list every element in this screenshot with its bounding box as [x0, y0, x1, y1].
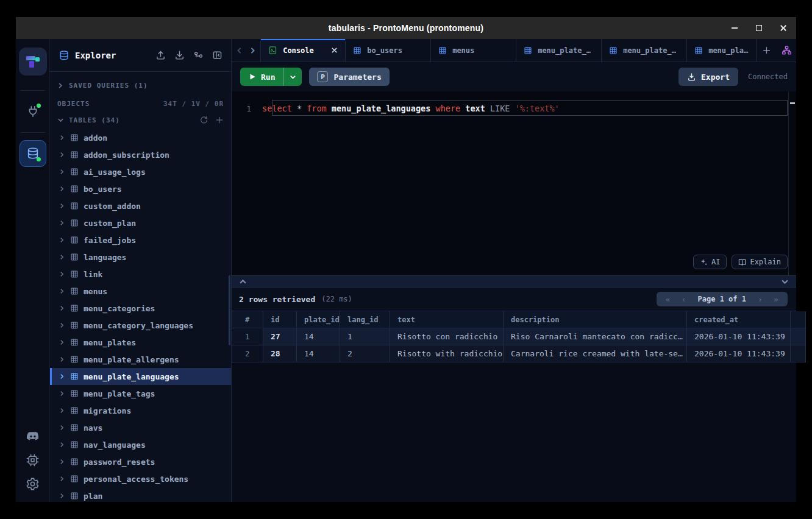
- column-header-id[interactable]: id: [263, 311, 297, 328]
- table-tree-item-menu_category_languages[interactable]: menu_category_languages: [50, 317, 231, 334]
- column-header-row-number[interactable]: #: [232, 311, 263, 328]
- schema-diagram-button[interactable]: [193, 50, 204, 60]
- column-header-description[interactable]: description: [504, 311, 687, 328]
- sql-statement[interactable]: select * from menu_plate_languages where…: [260, 104, 562, 113]
- tab-menu-plate-[interactable]: menu_plate_…: [602, 39, 687, 62]
- tab-menu-plates[interactable]: menu_plates: [687, 39, 757, 62]
- cell-description[interactable]: Carnaroli rice creamed with late-se…: [504, 345, 687, 362]
- cell-lang_id[interactable]: 2: [340, 345, 390, 362]
- collapse-editor-button[interactable]: [239, 278, 247, 286]
- table-tree-item-menu_plate_languages[interactable]: menu_plate_languages: [50, 368, 231, 385]
- saved-queries-section[interactable]: SAVED QUERIES (1): [50, 76, 231, 95]
- cell-text[interactable]: Risotto con radicchio: [390, 328, 504, 345]
- table-tree-item-menu_plates[interactable]: menu_plates: [50, 334, 231, 351]
- table-icon: [70, 492, 79, 500]
- connections-button[interactable]: [20, 98, 46, 125]
- table-tree-item-addon_subscription[interactable]: addon_subscription: [50, 146, 231, 163]
- table-tree-item-custom_addon[interactable]: custom_addon: [50, 197, 231, 214]
- page-indicator: Page 1 of 1: [692, 295, 752, 303]
- sql-editor[interactable]: 1 select * from menu_plate_languages whe…: [232, 91, 796, 275]
- table-tree-item-menu_plate_tags[interactable]: menu_plate_tags: [50, 385, 231, 402]
- table-tree-item-navs[interactable]: navs: [50, 419, 231, 436]
- sidebar-scrollbar[interactable]: [229, 275, 230, 345]
- table-tree-item-nav_languages[interactable]: nav_languages: [50, 436, 231, 453]
- chevron-right-icon: [59, 271, 65, 277]
- table-tree-item-bo_users[interactable]: bo_users: [50, 180, 231, 197]
- database-button[interactable]: [20, 140, 46, 167]
- table-tree-item-plan[interactable]: plan: [50, 487, 231, 502]
- cell-description[interactable]: Riso Carnaroli mantecato con radicc…: [504, 328, 687, 345]
- close-button[interactable]: [779, 24, 788, 32]
- collapse-sidebar-button[interactable]: [212, 50, 223, 60]
- tab-label: bo_users: [367, 46, 402, 55]
- export-button[interactable]: Export: [678, 68, 738, 86]
- editor-minimap[interactable]: [788, 91, 796, 275]
- process-monitor-button[interactable]: [26, 453, 40, 467]
- last-page-button[interactable]: »: [768, 295, 784, 304]
- cell-text[interactable]: Risotto with radicchio: [390, 345, 504, 362]
- table-tree-item-addon[interactable]: addon: [50, 129, 231, 146]
- cell-id[interactable]: 28: [263, 345, 297, 362]
- er-diagram-button[interactable]: [777, 39, 796, 62]
- column-header-text[interactable]: text: [390, 311, 504, 328]
- discord-button[interactable]: [26, 429, 40, 443]
- tabs-scroll-left-button[interactable]: [232, 39, 246, 62]
- tab-menu-plate-[interactable]: menu_plate_…: [516, 39, 602, 62]
- settings-button[interactable]: [26, 477, 40, 491]
- cell-created_at[interactable]: 2026-01-10 11:43:39: [687, 345, 791, 362]
- column-header-created_at[interactable]: created_at: [687, 311, 791, 328]
- cell-lang_id[interactable]: 1: [340, 328, 390, 345]
- plus-icon: [762, 46, 771, 55]
- table-icon: [70, 253, 79, 261]
- table-tree-item-custom_plan[interactable]: custom_plan: [50, 214, 231, 231]
- table-name: navs: [84, 423, 102, 432]
- editor-results-splitter[interactable]: [232, 275, 796, 288]
- table-tree-item-link[interactable]: link: [50, 266, 231, 283]
- ai-button[interactable]: AI: [693, 255, 727, 269]
- parameters-button[interactable]: P Parameters: [309, 68, 389, 86]
- new-tab-button[interactable]: [757, 39, 777, 62]
- first-page-button[interactable]: «: [660, 295, 676, 304]
- run-options-button[interactable]: [283, 68, 302, 86]
- export-schema-button[interactable]: [174, 50, 185, 60]
- table-row[interactable]: 228142Risotto with radicchioCarnaroli ri…: [232, 345, 796, 362]
- column-header-lang_id[interactable]: lang_id: [340, 311, 390, 328]
- table-tree-item-menu_categories[interactable]: menu_categories: [50, 300, 231, 317]
- tables-section[interactable]: TABLES (34): [50, 112, 231, 128]
- add-table-button[interactable]: [215, 116, 224, 124]
- table-tree-item-menus[interactable]: menus: [50, 283, 231, 300]
- minimize-button[interactable]: [730, 24, 739, 32]
- table-tree-item-ai_usage_logs[interactable]: ai_usage_logs: [50, 163, 231, 180]
- collapse-results-button[interactable]: [781, 278, 789, 286]
- table-tree-item-migrations[interactable]: migrations: [50, 402, 231, 419]
- tabs-scroll-right-button[interactable]: [246, 39, 261, 62]
- table-name: plan: [84, 492, 102, 501]
- maximize-button[interactable]: [755, 24, 763, 32]
- import-button[interactable]: [155, 50, 166, 60]
- refresh-tables-button[interactable]: [199, 116, 208, 124]
- previous-page-button[interactable]: ‹: [676, 295, 692, 304]
- cell-plate_id[interactable]: 14: [297, 345, 340, 362]
- tab-menus[interactable]: menus: [431, 39, 516, 62]
- table-tree-item-failed_jobs[interactable]: failed_jobs: [50, 231, 231, 249]
- cell-plate_id[interactable]: 14: [297, 328, 340, 345]
- run-button[interactable]: Run: [240, 68, 283, 86]
- sql-token: menu_plate_languages: [332, 104, 431, 113]
- table-row[interactable]: 127141Risotto con radicchioRiso Carnarol…: [232, 328, 796, 345]
- table-tree-item-languages[interactable]: languages: [50, 249, 231, 266]
- close-tab-button[interactable]: [331, 47, 338, 54]
- cell-created_at[interactable]: 2026-01-10 11:43:39: [687, 328, 791, 345]
- app-logo[interactable]: [19, 48, 47, 76]
- table-tree-item-personal_access_tokens[interactable]: personal_access_tokens: [50, 470, 231, 487]
- explain-button[interactable]: Explain: [732, 255, 788, 269]
- chevron-right-icon: [249, 47, 257, 54]
- tab-bo-users[interactable]: bo_users: [346, 39, 431, 62]
- cell-id[interactable]: 27: [263, 328, 297, 345]
- column-header-plate_id[interactable]: plate_id: [297, 311, 340, 328]
- table-tree-item-menu_plate_allergens[interactable]: menu_plate_allergens: [50, 351, 231, 368]
- sql-token: select: [262, 104, 297, 113]
- tab-console[interactable]: Console: [260, 39, 346, 62]
- next-page-button[interactable]: ›: [752, 295, 768, 304]
- chevron-right-icon: [59, 322, 65, 328]
- table-tree-item-password_resets[interactable]: password_resets: [50, 453, 231, 470]
